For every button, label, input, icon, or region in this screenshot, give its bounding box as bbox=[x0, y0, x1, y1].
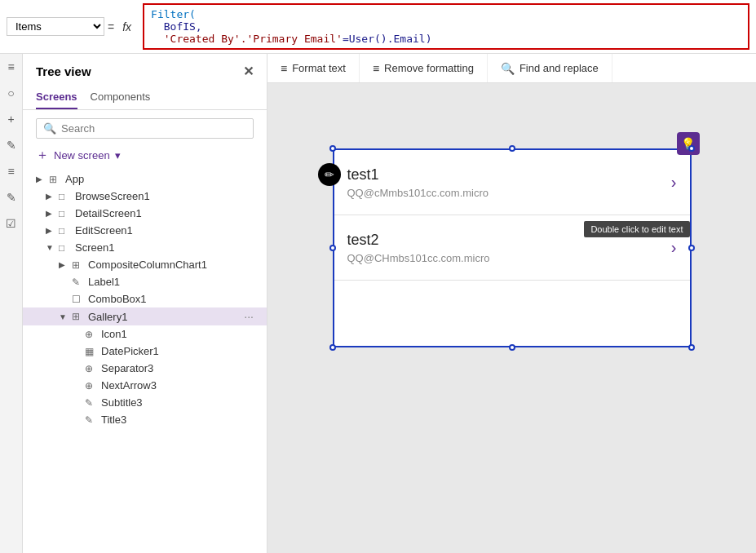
gallery-item-1-email: QQ@CHmbs101cc.com.micro bbox=[347, 252, 671, 264]
formula-bar: Items = fx Filter( BofIS, 'Created By'.'… bbox=[0, 0, 756, 54]
remove-formatting-button[interactable]: ≡ Remove formatting bbox=[360, 54, 488, 82]
tree-item-nextarrow3[interactable]: ⊕ NextArrow3 bbox=[23, 377, 267, 394]
title3-label: Title3 bbox=[101, 414, 254, 426]
gallery-item-2[interactable] bbox=[334, 281, 690, 346]
formula-eq: = bbox=[108, 20, 114, 33]
label1-label: Label1 bbox=[88, 276, 254, 288]
remove-formatting-icon: ≡ bbox=[373, 62, 379, 75]
screen1-label: Screen1 bbox=[75, 241, 254, 254]
tree-close-button[interactable]: ✕ bbox=[243, 64, 254, 79]
icon1-label: Icon1 bbox=[101, 328, 254, 340]
gallery-tooltip: Double click to edit text bbox=[584, 221, 689, 237]
screen-icon-screen1: □ bbox=[59, 242, 72, 254]
combobox-icon: ☐ bbox=[72, 294, 85, 305]
gallery-item-1-arrow[interactable]: › bbox=[671, 238, 677, 257]
vert-icon-pencil[interactable]: ✎ bbox=[7, 139, 16, 152]
gallery1-dots-menu[interactable]: ··· bbox=[244, 310, 254, 323]
expand-arrow-gallery1: ▼ bbox=[59, 312, 69, 321]
expand-arrow-browsescreen1: ▶ bbox=[46, 192, 55, 201]
datepicker-icon: ▦ bbox=[85, 346, 98, 357]
tree-item-separator3[interactable]: ⊕ Separator3 bbox=[23, 360, 267, 377]
vert-icon-list[interactable]: ≡ bbox=[7, 165, 14, 178]
label-icon: ✎ bbox=[72, 276, 85, 288]
tree-item-gallery1[interactable]: ▼ ⊞ Gallery1 ··· bbox=[23, 307, 267, 325]
tree-item-datepicker1[interactable]: ▦ DatePicker1 bbox=[23, 343, 267, 360]
vertical-icon-bar: ≡ ○ + ✎ ≡ ✎ ☑ bbox=[0, 54, 23, 553]
nextarrow3-label: NextArrow3 bbox=[101, 379, 254, 392]
tree-item-icon1[interactable]: ⊕ Icon1 bbox=[23, 325, 267, 343]
tree-item-chart1[interactable]: ▶ ⊞ CompositeColumnChart1 bbox=[23, 256, 267, 273]
expand-arrow-editscreen1: ▶ bbox=[46, 226, 55, 235]
tree-panel: Tree view ✕ Screens Components 🔍 ＋ New s… bbox=[23, 54, 267, 553]
gallery-item-0-title: test1 bbox=[347, 166, 671, 184]
tree-search-box[interactable]: 🔍 bbox=[36, 118, 254, 139]
formula-expression[interactable]: Filter( BofIS, 'Created By'.'Primary Ema… bbox=[143, 3, 749, 50]
format-text-label: Format text bbox=[292, 62, 346, 74]
tab-screens[interactable]: Screens bbox=[36, 86, 77, 109]
separator-icon: ⊕ bbox=[85, 363, 98, 374]
gallery-widget[interactable]: ✏ test1 QQ@cMmbs101cc.com.micro › Double… bbox=[333, 148, 692, 347]
screen-icon-edit: □ bbox=[59, 225, 72, 237]
gallery-item-0[interactable]: ✏ test1 QQ@cMmbs101cc.com.micro › Double… bbox=[334, 150, 690, 215]
app-icon: ⊞ bbox=[49, 174, 62, 185]
main-area: ≡ ○ + ✎ ≡ ✎ ☑ Tree view ✕ Screens Compon… bbox=[0, 54, 756, 553]
new-screen-button[interactable]: ＋ New screen ▾ bbox=[36, 147, 254, 164]
chart-icon: ⊞ bbox=[72, 259, 85, 271]
expand-arrow-chart1: ▶ bbox=[59, 260, 69, 269]
plus-icon: ＋ bbox=[36, 147, 49, 164]
canvas-area[interactable]: ≡ Format text ≡ Remove formatting 🔍 Find… bbox=[267, 54, 756, 553]
gallery1-label: Gallery1 bbox=[88, 311, 241, 323]
remove-formatting-label: Remove formatting bbox=[384, 62, 474, 74]
format-text-icon: ≡ bbox=[281, 62, 287, 75]
title-icon: ✎ bbox=[85, 414, 98, 426]
combobox1-label: ComboBox1 bbox=[88, 293, 254, 305]
gallery-item-0-arrow[interactable]: › bbox=[671, 173, 677, 192]
formula-bar-left: Items = fx bbox=[7, 17, 136, 36]
tree-item-app[interactable]: ▶ ⊞ App bbox=[23, 170, 267, 188]
separator3-label: Separator3 bbox=[101, 362, 254, 374]
tree-item-combobox1[interactable]: ☐ ComboBox1 bbox=[23, 290, 267, 307]
subtitle3-label: Subtitle3 bbox=[101, 396, 254, 409]
format-text-button[interactable]: ≡ Format text bbox=[267, 54, 360, 82]
tree-item-subtitle3[interactable]: ✎ Subtitle3 bbox=[23, 394, 267, 411]
new-screen-label: New screen bbox=[54, 149, 110, 161]
vert-icon-edit2[interactable]: ✎ bbox=[7, 191, 16, 204]
new-screen-chevron-icon: ▾ bbox=[115, 149, 121, 161]
gallery-item-0-email: QQ@cMmbs101cc.com.micro bbox=[347, 187, 671, 199]
screen-icon-detail: □ bbox=[59, 208, 72, 219]
tree-tabs: Screens Components bbox=[23, 86, 267, 110]
tree-item-editscreen1[interactable]: ▶ □ EditScreen1 bbox=[23, 222, 267, 239]
gallery-icon: ⊞ bbox=[72, 311, 85, 322]
search-input[interactable] bbox=[61, 122, 246, 135]
vert-icon-add[interactable]: + bbox=[7, 113, 14, 126]
tree-title: Tree view bbox=[36, 64, 91, 78]
canvas-toolbar: ≡ Format text ≡ Remove formatting 🔍 Find… bbox=[267, 54, 756, 83]
detailscreen1-label: DetailScreen1 bbox=[75, 207, 254, 219]
chart1-label: CompositeColumnChart1 bbox=[88, 259, 254, 271]
datepicker1-label: DatePicker1 bbox=[101, 345, 254, 357]
canvas-content: 💡 ✏ test1 QQ@cMmbs101cc.com.mic bbox=[267, 83, 756, 553]
tree-items-list: ▶ ⊞ App ▶ □ BrowseScreen1 ▶ □ DetailScre… bbox=[23, 170, 267, 553]
find-replace-label: Find and replace bbox=[519, 62, 599, 74]
find-replace-button[interactable]: 🔍 Find and replace bbox=[488, 54, 612, 82]
tree-item-label1[interactable]: ✎ Label1 bbox=[23, 273, 267, 290]
tree-item-detailscreen1[interactable]: ▶ □ DetailScreen1 bbox=[23, 205, 267, 222]
edit-pencil-icon[interactable]: ✏ bbox=[318, 163, 341, 186]
formula-dropdown[interactable]: Items bbox=[7, 17, 104, 36]
expand-arrow-app: ▶ bbox=[36, 175, 46, 184]
tree-item-title3[interactable]: ✎ Title3 bbox=[23, 411, 267, 428]
expand-arrow-screen1: ▼ bbox=[46, 243, 55, 252]
search-icon: 🔍 bbox=[43, 122, 56, 135]
vert-icon-circle[interactable]: ○ bbox=[7, 86, 14, 100]
vert-icon-menu[interactable]: ≡ bbox=[7, 60, 14, 73]
gallery-container[interactable]: 💡 ✏ test1 QQ@cMmbs101cc.com.mic bbox=[333, 148, 692, 347]
vert-icon-check[interactable]: ☑ bbox=[6, 217, 16, 230]
browsescreen1-label: BrowseScreen1 bbox=[75, 190, 254, 202]
tree-header: Tree view ✕ bbox=[23, 54, 267, 86]
tree-item-screen1[interactable]: ▼ □ Screen1 bbox=[23, 239, 267, 256]
tree-item-browsescreen1[interactable]: ▶ □ BrowseScreen1 bbox=[23, 188, 267, 205]
tab-components[interactable]: Components bbox=[91, 86, 151, 109]
icon1-icon: ⊕ bbox=[85, 329, 98, 340]
nextarrow-icon: ⊕ bbox=[85, 380, 98, 392]
expand-arrow-detailscreen1: ▶ bbox=[46, 209, 55, 218]
